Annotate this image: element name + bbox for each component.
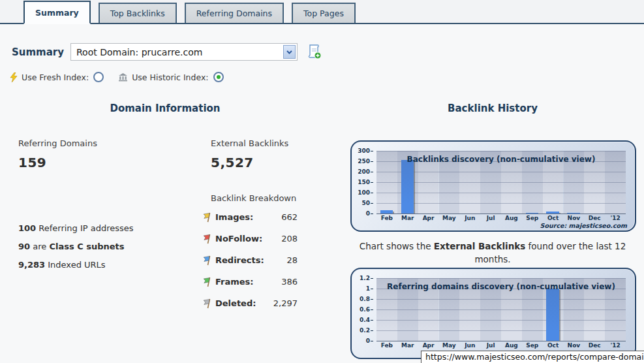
x-tick-label: Jul xyxy=(480,342,501,349)
chart-x-axis: FebMarAprMayJunJulAugSepOctNovDec'12 xyxy=(376,342,626,350)
x-tick-label: Jun xyxy=(459,342,480,349)
y-tick-label: 300 xyxy=(358,148,370,154)
breakdown-label: Deleted: xyxy=(215,298,256,308)
x-tick-label: Jun xyxy=(459,215,480,221)
y-tick-label: 100 xyxy=(358,189,370,196)
y-tick-label: 50 xyxy=(361,200,370,206)
x-tick-label: Jul xyxy=(480,215,501,221)
page: SummaryTop BacklinksReferring DomainsTop… xyxy=(0,0,644,363)
y-tick-label: 250 xyxy=(358,158,370,165)
x-tick-label: Sep xyxy=(522,342,543,349)
y-tick-label: 200 xyxy=(358,168,370,175)
x-tick-label: Aug xyxy=(501,342,522,349)
plot-shading xyxy=(376,151,626,213)
tab-summary[interactable]: Summary xyxy=(23,1,91,24)
tab-bar: SummaryTop BacklinksReferring DomainsTop… xyxy=(0,0,644,24)
breakdown-row: Redirects:28 xyxy=(202,253,298,267)
chart-plot-area xyxy=(376,278,626,341)
tab-referring-domains[interactable]: Referring Domains xyxy=(185,3,284,23)
x-tick-label: '12 xyxy=(605,342,626,349)
breakdown-value: 2,297 xyxy=(273,298,298,308)
y-tick-label: 0.8 xyxy=(360,296,370,302)
x-tick-label: Apr xyxy=(418,342,439,349)
domain-select[interactable]: Root Domain: prucarre.com xyxy=(70,43,298,61)
backlink-history-title: Backlink History xyxy=(341,103,644,114)
backlink-breakdown-list: Images:662NoFollow:208Redirects:28Frames… xyxy=(202,210,298,318)
radio-button[interactable] xyxy=(93,72,104,82)
stat-line: 100 Referring IP addresses xyxy=(18,223,134,233)
x-tick-label: Sep xyxy=(522,215,543,221)
x-tick-label: Oct xyxy=(543,215,564,221)
plot-shading xyxy=(376,278,626,341)
x-tick-label: '12 xyxy=(605,215,626,221)
domain-information-title: Domain Information xyxy=(0,103,330,114)
chart-source-label: Source: majesticseo.com xyxy=(540,222,627,229)
flag-gray-icon xyxy=(202,298,215,309)
breakdown-row: Images:662 xyxy=(202,210,298,224)
y-tick-label: 150 xyxy=(358,179,370,185)
breakdown-row: Frames:386 xyxy=(202,275,298,289)
backlink-breakdown-title: Backlink Breakdown xyxy=(211,193,296,203)
y-tick-label: 0.6 xyxy=(360,306,370,313)
x-tick-label: Nov xyxy=(564,215,585,221)
breakdown-value: 208 xyxy=(281,234,298,244)
domain-select-value: Root Domain: prucarre.com xyxy=(71,47,283,57)
domain-stats: 100 Referring IP addresses90 are Class C… xyxy=(18,223,134,278)
index-option: Use Historic Index: xyxy=(118,72,223,82)
x-tick-label: Apr xyxy=(418,215,439,221)
lightning-icon xyxy=(9,72,18,82)
breakdown-label: NoFollow: xyxy=(215,234,262,244)
x-tick-label: Mar xyxy=(397,342,418,349)
breakdown-label: Frames: xyxy=(215,277,254,287)
referring-domains-value: 159 xyxy=(18,155,46,170)
breakdown-value: 662 xyxy=(281,212,298,222)
x-tick-label: Dec xyxy=(584,342,605,349)
report-add-icon[interactable] xyxy=(307,44,322,59)
external-backlinks-label: External Backlinks xyxy=(211,138,288,148)
y-tick-label: 0 xyxy=(366,338,370,344)
chart-plot-area xyxy=(376,151,626,214)
chart-y-axis: 00.20.40.60.811.2 xyxy=(352,278,374,341)
x-tick-label: Feb xyxy=(376,215,397,221)
x-tick-label: Mar xyxy=(397,215,418,221)
x-tick-label: Feb xyxy=(376,342,397,349)
chart-y-axis: 050100150200250300 xyxy=(352,151,374,213)
chart-caption: Chart shows the External Backlinks found… xyxy=(345,240,640,266)
external-backlinks-value: 5,527 xyxy=(211,155,254,170)
y-tick-label: 1 xyxy=(366,285,370,292)
referring-domains-discovery-chart: 00.20.40.60.811.2 FebMarAprMayJunJulAugS… xyxy=(350,268,636,359)
index-options: Use Fresh Index:Use Historic Index: xyxy=(9,72,238,82)
tab-top-backlinks[interactable]: Top Backlinks xyxy=(99,3,177,23)
y-tick-label: 0.2 xyxy=(360,327,370,334)
x-tick-label: Nov xyxy=(564,342,585,349)
index-option-label: Use Historic Index: xyxy=(132,72,208,82)
tab-top-pages[interactable]: Top Pages xyxy=(292,3,356,23)
status-url-tooltip: https://www.majesticseo.com/reports/comp… xyxy=(421,351,644,363)
summary-heading: Summary xyxy=(12,46,64,58)
y-tick-label: 0 xyxy=(366,210,370,217)
referring-domains-label: Referring Domains xyxy=(18,138,97,148)
flag-green-icon xyxy=(202,276,215,287)
x-tick-label: Dec xyxy=(584,215,605,221)
index-option-label: Use Fresh Index: xyxy=(22,72,89,82)
flag-yellow-icon xyxy=(202,212,215,223)
backlinks-discovery-chart: 050100150200250300 FebMarAprMayJunJulAug… xyxy=(350,140,636,232)
y-tick-label: 1.2 xyxy=(360,275,370,281)
x-tick-label: May xyxy=(439,342,460,349)
breakdown-value: 28 xyxy=(286,255,298,265)
breakdown-label: Images: xyxy=(215,212,253,222)
chevron-down-icon[interactable] xyxy=(283,45,296,59)
flag-blue-icon xyxy=(202,255,215,266)
y-tick-label: 0.4 xyxy=(360,317,370,323)
breakdown-label: Redirects: xyxy=(215,255,264,265)
index-option: Use Fresh Index: xyxy=(9,72,104,82)
bank-icon xyxy=(118,72,128,82)
stat-line: 90 are Class C subnets xyxy=(18,242,134,251)
x-tick-label: Aug xyxy=(501,215,522,221)
x-tick-label: Oct xyxy=(543,342,564,349)
radio-button[interactable] xyxy=(213,72,224,82)
flag-red-icon xyxy=(202,233,215,244)
breakdown-value: 386 xyxy=(281,277,298,287)
breakdown-row: NoFollow:208 xyxy=(202,232,298,245)
stat-line: 9,283 Indexed URLs xyxy=(18,260,134,270)
